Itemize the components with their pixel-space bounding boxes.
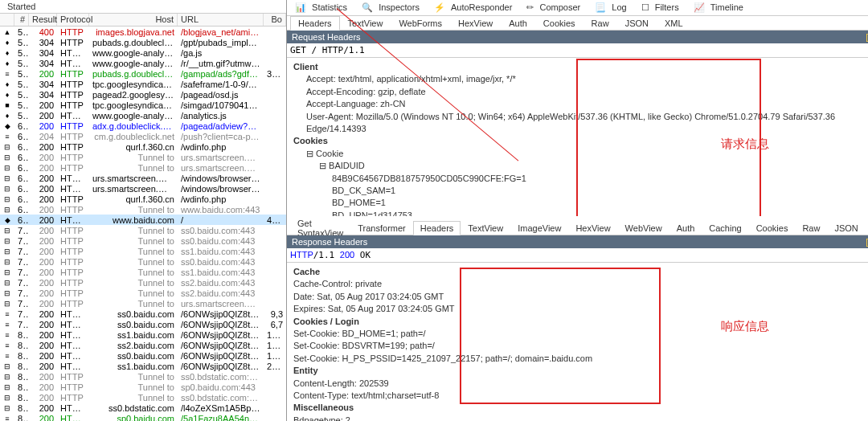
session-row[interactable]: ▲51400HTTPimages.blogjava.net/blogjava_n… xyxy=(0,27,286,37)
col-result: Result xyxy=(29,14,57,26)
session-row[interactable]: ≡78200HTTPSss0.baidu.com/6ONWsjip0QIZ8ty… xyxy=(0,309,286,319)
tb-timeline[interactable]: 📈 Timeline xyxy=(690,2,750,14)
right-panel: 📊 Statistics 🔍 Inspectors ⚡ AutoResponde… xyxy=(287,0,868,421)
session-row[interactable]: ⊟71200HTTPTunnel toss0.baidu.com:443 xyxy=(0,235,286,246)
tb-composer[interactable]: ✏ Composer xyxy=(523,2,587,14)
col-host: Host xyxy=(89,14,178,26)
session-row[interactable]: ♦59200HTTPSwww.google-analyti.../analyti… xyxy=(0,110,286,121)
tb-inspectors[interactable]: 🔍 Inspectors xyxy=(358,2,426,14)
tab-started[interactable]: Started xyxy=(3,1,39,12)
req-tab[interactable]: HexView xyxy=(450,16,501,31)
tb-log[interactable]: 📃 Log xyxy=(592,2,633,14)
resp-tab[interactable]: JSON xyxy=(827,221,865,235)
resp-tab[interactable]: TextView xyxy=(461,221,510,235)
session-row[interactable]: ⊟85200HTTPTunnel tosp0.baidu.com:443 xyxy=(0,382,286,392)
session-row[interactable]: ■58200HTTPtpc.googlesyndicati.../simgad/… xyxy=(0,100,286,110)
session-row[interactable]: ♦56304HTTPtpc.googlesyndicati.../safefra… xyxy=(0,79,286,89)
col-icon xyxy=(0,14,14,26)
session-row[interactable]: ⊟67200HTTPqurl.f.360.cn/wdinfo.php xyxy=(0,194,286,204)
session-row[interactable]: ⊟65200HTTPSurs.smartscreen.mi.../windows… xyxy=(0,173,286,183)
session-row[interactable]: ⊟63200HTTPTunnel tours.smartscreen.micro… xyxy=(0,152,286,162)
request-tabs: HeadersTextViewWebFormsHexViewAuthCookie… xyxy=(287,16,868,31)
tb-filters[interactable]: ☐ Filters xyxy=(638,2,686,14)
session-row[interactable]: ⊟87200HTTPSss0.bdstatic.com/l4oZeXSm1A5B… xyxy=(0,403,286,413)
col-num: # xyxy=(14,14,29,26)
session-row[interactable]: ◆69200HTTPSwww.baidu.com/48,5 xyxy=(0,215,286,225)
session-row[interactable]: ≡81200HTTPSss2.baidu.com/6ONWsjip0QIZ8ty… xyxy=(0,340,286,350)
session-row[interactable]: ⊟68200HTTPTunnel towww.baidu.com:443 xyxy=(0,204,286,215)
session-row[interactable]: ⊟77200HTTPTunnel tours.smartscreen.micro… xyxy=(0,298,286,309)
session-rows[interactable]: ▲51400HTTPimages.blogjava.net/blogjava_n… xyxy=(0,27,286,421)
session-row[interactable]: ⊟70200HTTPTunnel toss0.baidu.com:443 xyxy=(0,225,286,235)
session-row[interactable]: ⊟62200HTTPqurl.f.360.cn/wdinfo.php xyxy=(0,141,286,152)
col-protocol: Protocol xyxy=(57,14,89,26)
session-row[interactable]: ⊟66200HTTPSurs.smartscreen.mi.../windows… xyxy=(0,183,286,194)
columns-header[interactable]: # Result Protocol Host URL Bo xyxy=(0,14,286,27)
session-row[interactable]: ≡55200HTTPpubads.g.doubleclic.../gampad/… xyxy=(0,68,286,79)
request-line: GET / HTTP/1.1 xyxy=(287,43,868,58)
req-tab[interactable]: XML xyxy=(657,16,691,31)
annotation-box-2 xyxy=(460,268,661,404)
session-row[interactable]: ⊟64200HTTPTunnel tours.smartscreen.micro… xyxy=(0,162,286,173)
session-row[interactable]: ⊟72200HTTPTunnel toss1.baidu.com:443 xyxy=(0,246,286,256)
session-row[interactable]: ⊟76200HTTPTunnel toss2.baidu.com:443 xyxy=(0,288,286,298)
req-tab[interactable]: WebForms xyxy=(391,16,450,31)
request-header-bar: Request Headers [Raw] [ xyxy=(287,31,868,43)
req-tab[interactable]: Raw xyxy=(583,16,617,31)
session-row[interactable]: ♦57304HTTPpagead2.googlesyn.../pagead/os… xyxy=(0,89,286,100)
session-row[interactable]: ◆60200HTTPadx.g.doubleclick.net/pagead/a… xyxy=(0,121,286,131)
session-row[interactable]: ⊟74200HTTPTunnel toss1.baidu.com:443 xyxy=(0,267,286,277)
resp-tab[interactable]: Transformer xyxy=(350,221,413,235)
sessions-panel: Started # Result Protocol Host URL Bo ▲5… xyxy=(0,0,287,421)
session-row[interactable]: ⊟86200HTTPTunnel toss0.bdstatic.com:443 xyxy=(0,392,286,403)
left-top-tabs: Started xyxy=(0,0,286,14)
session-row[interactable]: ≡80200HTTPSss1.baidu.com/6ONWsjip0QIZ8ty… xyxy=(0,329,286,340)
resp-tab[interactable]: WebView xyxy=(618,221,669,235)
session-row[interactable]: ⊟84200HTTPTunnel toss0.bdstatic.com:443 xyxy=(0,371,286,382)
session-row[interactable]: ≡88200HTTPSsp0.baidu.com/5a1Fazu8AA54nxG… xyxy=(0,413,286,421)
session-row[interactable]: ≡61204HTTPcm.g.doubleclick.net/push?clie… xyxy=(0,131,286,141)
right-toolbar: 📊 Statistics 🔍 Inspectors ⚡ AutoResponde… xyxy=(287,0,868,16)
req-tab[interactable]: Auth xyxy=(501,16,535,31)
request-tree[interactable]: ClientAccept: text/html, application/xht… xyxy=(287,58,868,216)
session-row[interactable]: ♦52304HTTPpubads.g.doubleclic.../gpt/pub… xyxy=(0,37,286,47)
tb-statistics[interactable]: 📊 Statistics xyxy=(292,2,354,14)
response-tree[interactable]: CacheCache-Control: privateDate: Sat, 05… xyxy=(287,263,868,421)
col-body: Bo xyxy=(264,14,286,26)
status-line: HTTP/1.1 200 OK xyxy=(287,248,868,263)
response-tabs: Get SyntaxViewTransformerHeadersTextView… xyxy=(287,221,868,235)
resp-tab[interactable]: Raw xyxy=(795,221,827,235)
resp-tab[interactable]: ImageView xyxy=(510,221,568,235)
note-request: 请求信息 xyxy=(721,137,769,152)
session-row[interactable]: ≡79200HTTPSss0.baidu.com/6ONWsjip0QIZ8ty… xyxy=(0,319,286,329)
resp-tab[interactable]: Auth xyxy=(669,221,702,235)
session-row[interactable]: ≡82200HTTPSss0.baidu.com/6ONWsjip0QIZ8ty… xyxy=(0,350,286,361)
session-row[interactable]: ♦54304HTTPSwww.google-analyti.../r/__utm… xyxy=(0,58,286,68)
note-response: 响应信息 xyxy=(721,319,769,334)
session-row[interactable]: ⊟75200HTTPTunnel toss2.baidu.com:443 xyxy=(0,277,286,288)
response-header-bar: Response Headers [Raw] [ xyxy=(287,235,868,248)
session-row[interactable]: ⊟73200HTTPTunnel toss0.baidu.com:443 xyxy=(0,256,286,267)
session-row[interactable]: ♦53304HTTPSwww.google-analyti.../ga.js xyxy=(0,47,286,58)
resp-tab[interactable]: HexView xyxy=(568,221,617,235)
req-tab[interactable]: Headers xyxy=(290,16,340,31)
resp-tab[interactable]: Headers xyxy=(413,221,461,235)
session-row[interactable]: ⊟83200HTTPSss1.baidu.com/6ONWsjip0QIZ8ty… xyxy=(0,361,286,371)
col-url: URL xyxy=(178,14,264,26)
tb-autoresponder[interactable]: ⚡ AutoResponder xyxy=(431,2,519,14)
response-header-title: Response Headers xyxy=(292,237,367,247)
resp-tab[interactable]: Cookies xyxy=(749,221,796,235)
resp-tab[interactable]: Caching xyxy=(702,221,748,235)
req-tab[interactable]: Cookies xyxy=(535,16,583,31)
request-header-title: Request Headers xyxy=(292,32,361,42)
req-tab[interactable]: JSON xyxy=(617,16,657,31)
